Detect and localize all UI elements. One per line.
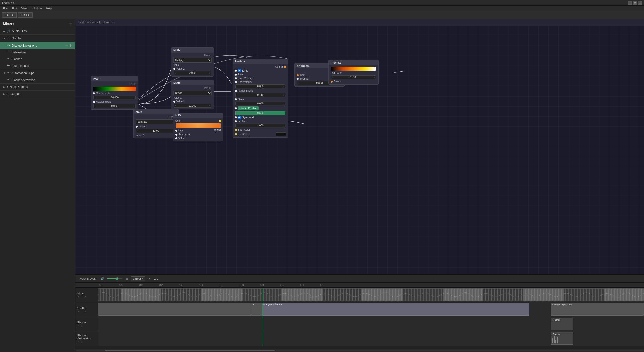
sidebar-item-flasher-activation[interactable]: 〜 Flasher Activation — [0, 77, 75, 83]
particle-glow-left[interactable]: ‹ — [237, 102, 237, 105]
outputs-header[interactable]: ▶ ⊟ Outputs — [0, 91, 75, 97]
particle-lifetime-right[interactable]: › — [283, 124, 284, 127]
particle-emit-row[interactable]: Emit — [234, 69, 287, 73]
music-audio-clip[interactable] — [98, 288, 644, 301]
scrollbar-thumb[interactable] — [105, 350, 275, 351]
particle-end-vel-right[interactable]: › — [283, 85, 284, 88]
math2-op-row[interactable]: Divide — [172, 90, 213, 96]
flasher-auto-track-clips[interactable]: Flasher — [98, 331, 644, 346]
flasher-clip[interactable]: Flasher — [551, 318, 573, 330]
music-mute-button[interactable]: — — [80, 295, 83, 298]
graph-clip-orange[interactable]: Orange Explosions — [262, 303, 529, 316]
particle-end-vel-value-row[interactable]: ‹ 0.050 › — [234, 84, 287, 89]
math3-v1-left[interactable]: ‹ — [137, 129, 138, 132]
menu-help[interactable]: Help — [44, 6, 54, 10]
math2-operation-select[interactable]: Divide — [173, 91, 212, 95]
math1-v2-value-row[interactable]: ‹ 2.000 › — [172, 71, 213, 75]
particle-rand-value[interactable]: ‹ 0.110 › — [235, 93, 285, 97]
graph-solo-button[interactable]: ✓ — [77, 310, 79, 313]
flasher-track-clips[interactable]: Flasher — [98, 317, 644, 331]
particle-emitter-left[interactable]: ‹ — [237, 112, 237, 114]
math2-v2-right[interactable]: › — [209, 104, 210, 107]
preview-led-right[interactable]: › — [374, 76, 375, 79]
automation-header[interactable]: ▼ 〜 Automation Clips — [0, 69, 75, 77]
particle-emitter-right[interactable]: › — [283, 112, 284, 114]
math3-v1-value[interactable]: ‹ 1.400 › — [136, 129, 176, 133]
flasher-auto-clip[interactable]: Flasher — [551, 332, 573, 345]
graph-clip-orange-end[interactable]: Orange Explosions — [551, 303, 644, 316]
menu-file[interactable]: File — [1, 6, 10, 10]
particle-glow-value[interactable]: ‹ 0.040 › — [235, 102, 285, 105]
particle-lifetime-value-row[interactable]: ‹ 1.000 › — [234, 123, 287, 128]
peak-node[interactable]: Peak Peak Min Decibels ‹ -10.000 — [91, 76, 138, 110]
particle-node[interactable]: Particle Output Emit — [233, 59, 288, 138]
add-library-button[interactable]: + — [70, 21, 72, 26]
restore-button[interactable]: ▭ — [633, 1, 637, 5]
graphs-header[interactable]: ▼ 〜 Graphs — [0, 35, 75, 42]
particle-glow-right[interactable]: › — [283, 102, 284, 105]
peak-max-value-row[interactable]: ‹ 0.000 › — [92, 104, 137, 108]
edit-menu-button[interactable]: EDIT ▾ — [18, 12, 33, 18]
menu-view[interactable]: View — [19, 6, 29, 10]
graph-track-clips[interactable]: Si... Orange Explosions Orange Explosion… — [98, 302, 644, 317]
music-solo-button[interactable]: ✓ — [77, 295, 79, 298]
flasher-solo-button[interactable]: ✓ — [77, 325, 79, 327]
peak-min-value[interactable]: ‹ -10.000 › — [93, 96, 136, 99]
math3-op-row[interactable]: Subtract — [135, 119, 177, 125]
particle-lifetime-value[interactable]: ‹ 1.000 › — [235, 124, 285, 127]
math2-v2-value-row[interactable]: ‹ 10.000 › — [172, 103, 213, 108]
graph-clip-1[interactable] — [98, 303, 251, 316]
preview-led-count-value-row[interactable]: ‹ 30.000 › — [330, 75, 377, 80]
graph-clip-si[interactable]: Si... — [251, 303, 262, 316]
audio-files-header[interactable]: ▶ 🎵 Audio Files — [0, 28, 75, 34]
graph-mute-button[interactable]: — — [80, 310, 83, 313]
math3-operation-select[interactable]: Subtract — [136, 119, 176, 124]
particle-emit-checkbox[interactable] — [238, 69, 241, 72]
hsv-node[interactable]: HSV Color Hue 22.759 — [173, 113, 223, 141]
particle-symmetric-row[interactable]: Symmetric — [234, 115, 287, 119]
menu-edit[interactable]: Edit — [10, 6, 19, 10]
particle-emitter-value[interactable]: ‹ 0.500 › — [235, 111, 285, 115]
math2-node[interactable]: Math Result Divide Value 1 — [171, 80, 214, 109]
math1-op-row[interactable]: Multiply — [172, 57, 213, 63]
particle-lifetime-left[interactable]: ‹ — [237, 124, 237, 127]
music-delete-button[interactable]: ✕ — [84, 295, 86, 298]
peak-min-value-row[interactable]: ‹ -10.000 › — [92, 95, 137, 100]
particle-end-vel-left[interactable]: ‹ — [237, 85, 237, 88]
flasher-auto-solo-button[interactable]: ✓ — [77, 341, 79, 343]
scrollbar-track[interactable] — [76, 350, 643, 351]
particle-symmetric-checkbox[interactable] — [238, 116, 241, 119]
sidebar-item-sideswiper[interactable]: 〜 Sideswiper — [0, 49, 75, 56]
afterglow-strength-left[interactable]: ‹ — [298, 82, 299, 84]
peak-max-value[interactable]: ‹ 0.000 › — [93, 104, 136, 108]
preview-led-left[interactable]: ‹ — [332, 76, 333, 79]
add-track-button[interactable]: ADD TRACK — [78, 277, 97, 281]
preview-led-count-value[interactable]: ‹ 30.000 › — [331, 75, 376, 79]
sidebar-item-blue-flashes[interactable]: 〜 Blue Flashes — [0, 62, 75, 69]
delete-item-button[interactable]: 🗑 — [69, 44, 72, 47]
timeline-scrollbar[interactable] — [75, 349, 644, 352]
peak-max-left-arrow[interactable]: ‹ — [95, 105, 95, 107]
math3-node[interactable]: Math Result Subtract Value 1 — [133, 109, 179, 138]
beat-selector[interactable]: 1 Beat ▾ — [131, 276, 145, 281]
peak-min-right-arrow[interactable]: › — [134, 96, 134, 99]
flasher-auto-delete-button[interactable]: ✕ — [80, 341, 83, 343]
editor-canvas[interactable]: Peak Peak Min Decibels ‹ -10.000 — [75, 26, 644, 274]
math1-operation-select[interactable]: Multiply — [173, 58, 212, 63]
note-patterns-header[interactable]: ▶ ♪ Note Patterns — [0, 84, 75, 90]
menu-window[interactable]: Window — [30, 6, 44, 10]
peak-max-right-arrow[interactable]: › — [134, 105, 134, 107]
graph-delete-button[interactable]: ✕ — [84, 310, 86, 313]
particle-end-vel-value[interactable]: ‹ 0.050 › — [235, 84, 285, 88]
math1-node[interactable]: Math Result Multiply Value 1 — [171, 47, 214, 77]
math2-v2-value[interactable]: ‹ 10.000 › — [174, 104, 211, 108]
particle-rand-right[interactable]: › — [283, 94, 284, 96]
peak-min-left-arrow[interactable]: ‹ — [95, 96, 95, 99]
math1-v2-right[interactable]: › — [209, 72, 210, 74]
volume-slider[interactable] — [107, 278, 122, 279]
titlebar-controls[interactable]: ─ ▭ ✕ — [628, 1, 642, 5]
edit-item-button[interactable]: ✏ — [66, 44, 68, 47]
math1-v2-left[interactable]: ‹ — [175, 72, 176, 74]
minimize-button[interactable]: ─ — [628, 1, 632, 5]
close-button[interactable]: ✕ — [638, 1, 642, 5]
